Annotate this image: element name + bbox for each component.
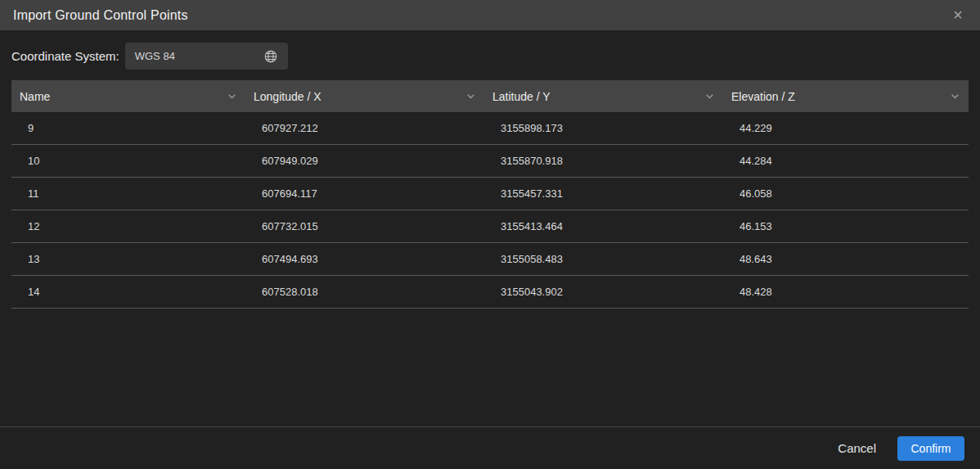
table-row: 13 607494.693 3155058.483 48.643 bbox=[11, 243, 969, 276]
column-header-longitude-label: Longitude / X bbox=[254, 90, 321, 103]
dialog-titlebar: Import Ground Control Points ✕ bbox=[0, 0, 980, 30]
table-row: 12 607732.015 3155413.464 46.153 bbox=[11, 210, 969, 243]
cell-elevation: 46.153 bbox=[723, 220, 969, 232]
import-gcp-dialog: Import Ground Control Points ✕ Coordinat… bbox=[0, 0, 980, 469]
chevron-down-icon[interactable] bbox=[704, 91, 715, 101]
cell-longitude: 607732.015 bbox=[245, 220, 484, 232]
cell-name: 9 bbox=[11, 122, 245, 134]
cell-longitude: 607927.212 bbox=[245, 122, 484, 134]
cell-latitude: 3155870.918 bbox=[484, 155, 723, 167]
cell-latitude: 3155413.464 bbox=[484, 220, 723, 232]
column-header-elevation[interactable]: Elevation / Z bbox=[723, 80, 969, 112]
table-row: 11 607694.117 3155457.331 46.058 bbox=[11, 178, 969, 210]
coordinate-system-select[interactable]: WGS 84 bbox=[125, 43, 288, 70]
cell-longitude: 607528.018 bbox=[245, 286, 484, 298]
dialog-footer: Cancel Confirm bbox=[0, 426, 980, 469]
confirm-button[interactable]: Confirm bbox=[897, 436, 964, 461]
cell-name: 11 bbox=[11, 187, 245, 200]
cancel-button[interactable]: Cancel bbox=[838, 441, 876, 455]
close-icon[interactable]: ✕ bbox=[947, 5, 969, 26]
column-header-latitude[interactable]: Latitude / Y bbox=[484, 80, 723, 112]
coordinate-system-label: Coordinate System: bbox=[11, 49, 119, 63]
cell-name: 14 bbox=[11, 286, 245, 298]
coordinate-system-row: Coordinate System: WGS 84 bbox=[11, 43, 288, 70]
cell-elevation: 44.284 bbox=[723, 155, 969, 167]
column-header-elevation-label: Elevation / Z bbox=[731, 90, 795, 103]
cell-longitude: 607494.693 bbox=[245, 253, 484, 265]
table-row: 9 607927.212 3155898.173 44.229 bbox=[11, 112, 969, 145]
cell-latitude: 3155058.483 bbox=[484, 253, 723, 265]
cell-latitude: 3155457.331 bbox=[484, 187, 723, 200]
gcp-table: Name Longitude / X Latitude / Y Elevatio… bbox=[11, 80, 969, 309]
cell-longitude: 607949.029 bbox=[245, 155, 484, 167]
column-header-latitude-label: Latitude / Y bbox=[492, 90, 551, 103]
cell-name: 13 bbox=[11, 253, 245, 265]
cell-latitude: 3155043.902 bbox=[484, 286, 723, 298]
gcp-table-body: 9 607927.212 3155898.173 44.229 10 60794… bbox=[11, 112, 969, 309]
chevron-down-icon[interactable] bbox=[227, 91, 237, 101]
dialog-title: Import Ground Control Points bbox=[13, 8, 188, 23]
table-row: 10 607949.029 3155870.918 44.284 bbox=[11, 145, 969, 178]
gcp-table-header: Name Longitude / X Latitude / Y Elevatio… bbox=[11, 80, 969, 112]
cell-elevation: 44.229 bbox=[723, 122, 969, 134]
cell-elevation: 46.058 bbox=[723, 187, 969, 200]
cell-elevation: 48.428 bbox=[723, 286, 969, 298]
column-header-name[interactable]: Name bbox=[11, 80, 245, 112]
column-header-name-label: Name bbox=[20, 90, 50, 103]
cell-name: 12 bbox=[11, 220, 245, 232]
cell-elevation: 48.643 bbox=[723, 253, 969, 265]
column-header-longitude[interactable]: Longitude / X bbox=[245, 80, 484, 112]
coordinate-system-value: WGS 84 bbox=[135, 50, 175, 62]
cell-longitude: 607694.117 bbox=[245, 187, 484, 200]
table-row: 14 607528.018 3155043.902 48.428 bbox=[11, 276, 969, 309]
globe-icon bbox=[263, 49, 278, 64]
cell-latitude: 3155898.173 bbox=[484, 122, 723, 134]
chevron-down-icon[interactable] bbox=[950, 91, 960, 101]
chevron-down-icon[interactable] bbox=[465, 91, 476, 101]
cell-name: 10 bbox=[11, 155, 245, 167]
